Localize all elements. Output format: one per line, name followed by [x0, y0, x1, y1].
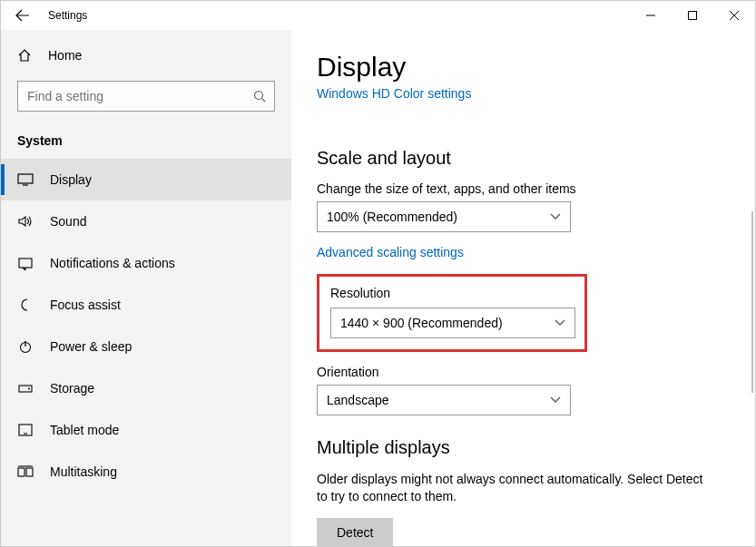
- svg-rect-0: [689, 12, 697, 20]
- scale-label: Change the size of text, apps, and other…: [317, 181, 733, 196]
- chevron-down-icon: [550, 396, 561, 404]
- nav-label: Power & sleep: [50, 339, 132, 354]
- scale-value: 100% (Recommended): [327, 210, 457, 224]
- power-icon: [17, 339, 34, 354]
- orientation-dropdown[interactable]: Landscape: [317, 385, 571, 415]
- app-title: Settings: [48, 9, 87, 22]
- nav-item-tablet-mode[interactable]: Tablet mode: [1, 409, 291, 451]
- monitor-icon: [17, 172, 34, 187]
- scale-heading: Scale and layout: [317, 148, 733, 169]
- nav-label: Notifications & actions: [50, 256, 175, 270]
- multiple-displays-desc: Older displays might not always connect …: [317, 471, 707, 505]
- nav-label: Focus assist: [50, 298, 121, 312]
- svg-rect-3: [19, 259, 32, 268]
- svg-point-6: [28, 388, 30, 390]
- tablet-icon: [17, 423, 34, 437]
- nav-label: Multitasking: [50, 464, 117, 479]
- resolution-label: Resolution: [330, 286, 574, 300]
- content-area: Display Windows HD Color settings Scale …: [291, 30, 755, 546]
- orientation-value: Landscape: [327, 393, 389, 407]
- titlebar: Settings: [1, 1, 755, 30]
- minimize-icon: [646, 11, 655, 20]
- home-label: Home: [48, 48, 82, 63]
- moon-icon: [17, 298, 34, 312]
- nav-item-notifications[interactable]: Notifications & actions: [1, 242, 291, 284]
- chevron-down-icon: [550, 213, 561, 220]
- storage-icon: [17, 381, 34, 396]
- close-icon: [730, 11, 739, 20]
- svg-rect-2: [18, 174, 33, 183]
- home-button[interactable]: Home: [1, 37, 291, 73]
- notification-icon: [17, 256, 34, 270]
- scale-dropdown[interactable]: 100% (Recommended): [317, 201, 571, 232]
- nav-label: Tablet mode: [50, 423, 119, 437]
- nav-label: Display: [50, 172, 92, 187]
- minimize-button[interactable]: [630, 1, 672, 30]
- resolution-highlight: Resolution 1440 × 900 (Recommended): [317, 274, 587, 352]
- nav-label: Sound: [50, 214, 86, 229]
- nav-item-focus-assist[interactable]: Focus assist: [1, 284, 291, 326]
- close-button[interactable]: [713, 1, 755, 30]
- svg-rect-8: [18, 468, 25, 476]
- hd-color-link[interactable]: Windows HD Color settings: [317, 86, 471, 101]
- speaker-icon: [17, 214, 34, 229]
- maximize-button[interactable]: [672, 1, 713, 30]
- nav-item-multitasking[interactable]: Multitasking: [1, 451, 291, 493]
- home-icon: [17, 48, 32, 63]
- resolution-value: 1440 × 900 (Recommended): [340, 316, 503, 330]
- section-label: System: [1, 121, 291, 159]
- multitasking-icon: [17, 464, 34, 479]
- resolution-dropdown[interactable]: 1440 × 900 (Recommended): [330, 308, 575, 338]
- nav-label: Storage: [50, 381, 94, 396]
- page-title: Display: [317, 52, 733, 83]
- nav-item-display[interactable]: Display: [1, 159, 291, 200]
- orientation-label: Orientation: [317, 365, 733, 379]
- nav-item-storage[interactable]: Storage: [1, 367, 291, 409]
- advanced-scaling-link[interactable]: Advanced scaling settings: [317, 245, 464, 259]
- scrollbar[interactable]: [751, 211, 753, 393]
- arrow-left-icon: [15, 8, 30, 23]
- maximize-icon: [688, 11, 697, 20]
- sidebar: Home System Display: [1, 30, 291, 546]
- back-button[interactable]: [5, 1, 41, 30]
- nav-item-sound[interactable]: Sound: [1, 200, 291, 242]
- svg-rect-9: [26, 468, 33, 476]
- nav-item-power-sleep[interactable]: Power & sleep: [1, 326, 291, 367]
- search-input[interactable]: [17, 81, 275, 112]
- detect-button[interactable]: Detect: [317, 518, 393, 546]
- chevron-down-icon: [555, 319, 565, 327]
- multiple-displays-heading: Multiple displays: [317, 437, 733, 458]
